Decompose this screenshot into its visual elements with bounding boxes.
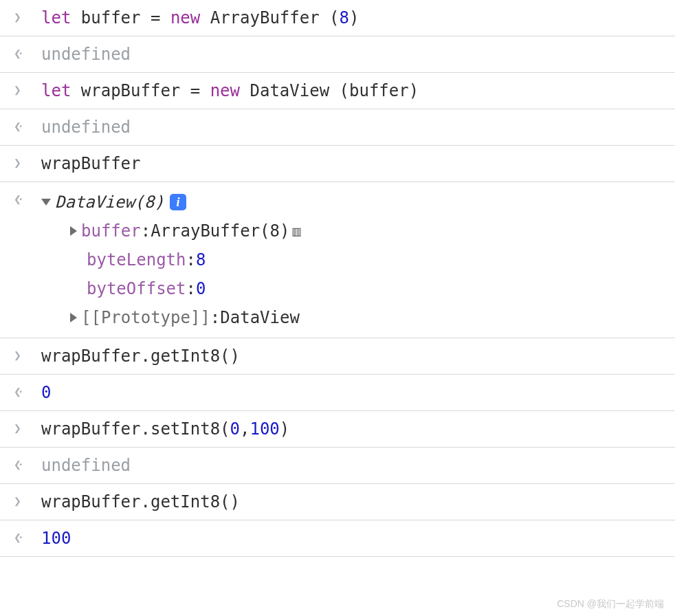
tree-prop: byteLength: 8 — [41, 245, 661, 274]
tree-head[interactable]: DataView(8) i — [41, 188, 661, 217]
identifier: wrapBuffer — [41, 419, 141, 439]
paren-close: ) — [280, 419, 289, 439]
object-summary: DataView(8) — [55, 190, 164, 214]
input-marker-icon — [14, 78, 41, 98]
paren-open: ( — [329, 8, 339, 28]
tree-prop: byteOffset: 0 — [41, 274, 661, 303]
number-literal: 8 — [340, 8, 349, 28]
prop-name: [[Prototype]] — [81, 305, 210, 330]
prop-name: byteOffset — [87, 276, 186, 301]
code-line: wrapBuffer — [41, 151, 661, 176]
prop-value: DataView — [220, 305, 300, 330]
info-icon[interactable]: i — [170, 194, 186, 210]
console-input-row[interactable]: wrapBuffer.getInt8() — [0, 338, 675, 375]
method-name: .setInt8 — [141, 419, 221, 439]
undefined-value: undefined — [41, 115, 661, 140]
output-marker-icon — [14, 42, 41, 61]
object-tree: DataView(8) i buffer: ArrayBuffer(8) ▥ b… — [41, 188, 661, 332]
console-input-row[interactable]: let wrapBuffer = new DataView (buffer) — [0, 73, 675, 109]
console-input-row[interactable]: wrapBuffer — [0, 146, 675, 182]
number-value: 100 — [41, 526, 661, 551]
input-marker-icon — [14, 417, 41, 436]
input-marker-icon — [14, 151, 41, 170]
comma: , — [240, 419, 250, 439]
operator-eq: = — [190, 81, 210, 100]
prop-name: buffer — [81, 219, 141, 243]
paren-open: ( — [340, 81, 349, 100]
output-marker-icon — [14, 453, 41, 472]
output-marker-icon — [14, 526, 41, 545]
paren-open: ( — [220, 419, 230, 439]
keyword-new: new — [170, 8, 200, 28]
paren-close: ) — [349, 8, 359, 28]
console-output-row: undefined — [0, 36, 675, 73]
tree-prop[interactable]: buffer: ArrayBuffer(8) ▥ — [41, 217, 661, 245]
identifier: buffer — [81, 8, 141, 28]
undefined-value: undefined — [41, 42, 661, 67]
tree-prop[interactable]: [[Prototype]]: DataView — [41, 303, 661, 332]
console-output-row: undefined — [0, 109, 675, 146]
input-marker-icon — [14, 6, 41, 25]
code-line: let buffer = new ArrayBuffer (8) — [41, 6, 661, 30]
number-literal: 100 — [250, 419, 279, 439]
console-output-row: undefined — [0, 448, 675, 484]
code-line: wrapBuffer.getInt8() — [41, 344, 661, 368]
identifier-arg: buffer — [349, 81, 409, 100]
prop-value: ArrayBuffer(8) — [151, 219, 289, 243]
number-literal: 0 — [230, 419, 240, 439]
memory-icon[interactable]: ▥ — [292, 221, 300, 241]
console-input-row[interactable]: wrapBuffer.setInt8(0,100) — [0, 411, 675, 448]
identifier: wrapBuffer — [81, 81, 181, 100]
console-input-row[interactable]: wrapBuffer.getInt8() — [0, 484, 675, 520]
code-line: let wrapBuffer = new DataView (buffer) — [41, 78, 661, 103]
prop-name: byteLength — [87, 248, 186, 272]
output-marker-icon — [14, 115, 41, 134]
chevron-right-icon[interactable] — [70, 226, 77, 236]
code-line: wrapBuffer.setInt8(0,100) — [41, 417, 661, 441]
keyword-let: let — [41, 81, 71, 100]
paren-close: ) — [409, 81, 419, 100]
constructor-name: DataView — [250, 81, 329, 100]
console-output-row: DataView(8) i buffer: ArrayBuffer(8) ▥ b… — [0, 182, 675, 338]
output-marker-icon — [14, 188, 41, 207]
operator-eq: = — [151, 8, 170, 28]
prop-value: 0 — [196, 276, 206, 301]
number-value: 0 — [41, 380, 661, 405]
keyword-let: let — [41, 8, 71, 28]
input-marker-icon — [14, 344, 41, 363]
chevron-down-icon[interactable] — [41, 199, 51, 206]
output-marker-icon — [14, 380, 41, 399]
undefined-value: undefined — [41, 453, 661, 478]
chevron-right-icon[interactable] — [70, 313, 77, 322]
console-output-row: 0 — [0, 375, 675, 411]
console-input-row[interactable]: let buffer = new ArrayBuffer (8) — [0, 0, 675, 36]
code-line: wrapBuffer.getInt8() — [41, 490, 661, 514]
constructor-name: ArrayBuffer — [210, 8, 320, 28]
prop-value: 8 — [196, 248, 206, 272]
console-output-row: 100 — [0, 520, 675, 557]
input-marker-icon — [14, 490, 41, 509]
keyword-new: new — [210, 81, 240, 100]
